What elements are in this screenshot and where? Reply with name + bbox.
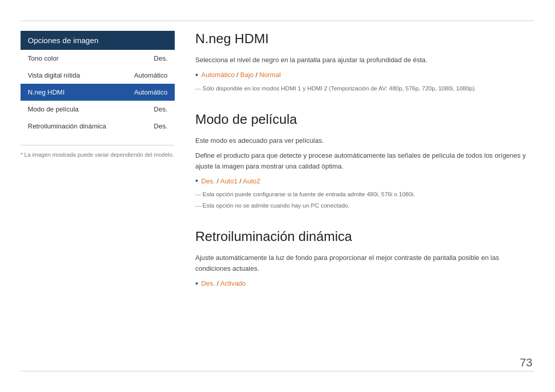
option-item-2-0: •Des. / Activado (195, 278, 529, 289)
sidebar-item-value-2: Automático (134, 88, 168, 96)
section-desc-2-0: Ajuste automáticamente la luz de fondo p… (195, 253, 529, 274)
section-desc-0-0: Selecciona el nivel de negro en la panta… (195, 55, 529, 66)
sidebar-item-label-3: Modo de película (28, 105, 79, 113)
section-note-1-1: Esta opción no se admite cuando hay un P… (195, 201, 529, 210)
main-content: N.neg HDMISelecciona el nivel de negro e… (195, 31, 534, 361)
sidebar-item-0[interactable]: Tono colorDes. (21, 50, 175, 67)
option-text-1-0: Des. / Auto1 / Auto2 (201, 177, 261, 185)
top-border (21, 21, 534, 21)
section-modo-pelicula: Modo de películaEste modo es adecuado pa… (195, 111, 529, 210)
bottom-border (21, 371, 534, 371)
sidebar-item-label-1: Vista digital nítida (28, 71, 80, 79)
section-desc-1-1: Define el producto para que detecte y pr… (195, 151, 529, 172)
sections-container: N.neg HDMISelecciona el nivel de negro e… (195, 31, 529, 289)
option-text-2-0: Des. / Activado (201, 279, 246, 287)
content-wrapper: Opciones de imagen Tono colorDes.Vista d… (21, 31, 534, 361)
sidebar-title: Opciones de imagen (21, 31, 175, 50)
section-title-2: Retroiluminación dinámica (195, 229, 529, 245)
section-retroiluminacion: Retroiluminación dinámicaAjuste automáti… (195, 229, 529, 289)
section-desc-1-0: Este modo es adecuado para ver películas… (195, 136, 529, 146)
section-title-1: Modo de película (195, 111, 529, 127)
sidebar-item-value-4: Des. (154, 122, 168, 130)
sidebar-note-text: * La imagen mostrada puede variar depend… (21, 151, 175, 159)
sidebar: Opciones de imagen Tono colorDes.Vista d… (21, 31, 175, 361)
sidebar-item-1[interactable]: Vista digital nítidaAutomático (21, 67, 175, 84)
sidebar-item-value-0: Des. (154, 54, 168, 62)
bullet-icon: • (195, 71, 198, 79)
bullet-icon: • (195, 177, 198, 185)
sidebar-item-value-3: Des. (154, 105, 168, 113)
options-list-0: •Automático / Bajo / Normal (195, 70, 529, 80)
sidebar-item-3[interactable]: Modo de películaDes. (21, 101, 175, 118)
options-list-1: •Des. / Auto1 / Auto2 (195, 176, 529, 186)
option-text-0-0: Automático / Bajo / Normal (201, 71, 281, 79)
sidebar-items: Tono colorDes.Vista digital nítidaAutomá… (21, 50, 175, 135)
section-note-0-0: Sólo disponible en los modos HDMI 1 y HD… (195, 84, 529, 93)
sidebar-note: * La imagen mostrada puede variar depend… (21, 145, 175, 159)
sidebar-item-label-4: Retroiluminación dinámica (28, 122, 106, 130)
sidebar-item-2[interactable]: N.neg HDMIAutomático (21, 84, 175, 101)
sidebar-item-label-2: N.neg HDMI (28, 88, 65, 96)
option-item-1-0: •Des. / Auto1 / Auto2 (195, 176, 529, 186)
sidebar-item-value-1: Automático (134, 71, 168, 79)
section-note-1-0: Esta opción puede configurarse si la fue… (195, 190, 529, 199)
sidebar-item-4[interactable]: Retroiluminación dinámicaDes. (21, 118, 175, 135)
sidebar-item-label-0: Tono color (28, 54, 59, 62)
section-title-0: N.neg HDMI (195, 31, 529, 47)
option-item-0-0: •Automático / Bajo / Normal (195, 70, 529, 80)
options-list-2: •Des. / Activado (195, 278, 529, 289)
bullet-icon: • (195, 279, 198, 288)
section-nneg-hdmi: N.neg HDMISelecciona el nivel de negro e… (195, 31, 529, 93)
